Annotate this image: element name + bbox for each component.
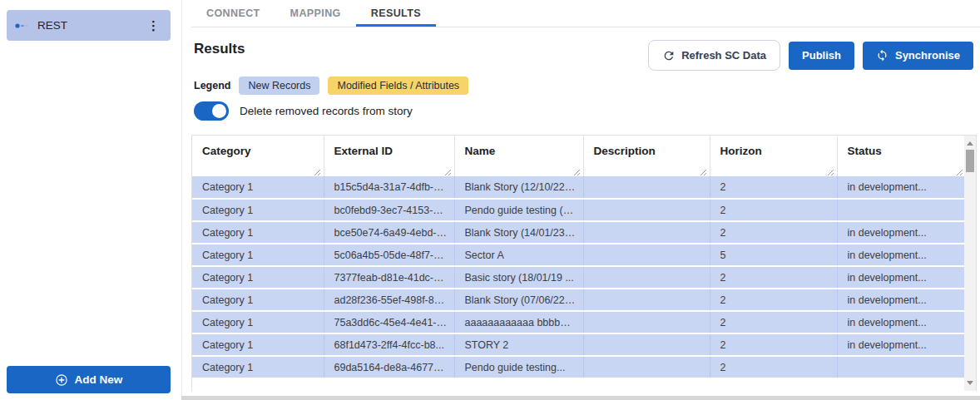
cell-description bbox=[583, 311, 710, 333]
cell-external-id: 7377feab-d81e-41dc-a... bbox=[324, 266, 454, 289]
cell-category: Category 1 bbox=[192, 266, 324, 289]
legend-modified-badge: Modified Fields / Attributes bbox=[328, 77, 468, 95]
publish-button-label: Publish bbox=[802, 49, 841, 62]
column-header-description[interactable]: Description bbox=[583, 136, 710, 176]
cell-horizon: 2 bbox=[710, 289, 837, 311]
sidebar-divider bbox=[181, 0, 182, 400]
cell-external-id: bc0febd9-3ec7-4153-9... bbox=[324, 199, 454, 221]
cell-status: in development... bbox=[837, 289, 966, 311]
scroll-up-arrow-icon[interactable] bbox=[964, 137, 976, 149]
cell-category: Category 1 bbox=[192, 199, 324, 221]
cell-name: Pendo guide testing (2... bbox=[454, 199, 583, 221]
refresh-sc-data-button[interactable]: Refresh SC Data bbox=[648, 40, 780, 71]
column-header-category[interactable]: Category bbox=[192, 136, 324, 176]
table-row[interactable]: Category 168f1d473-2ff4-4fcc-b8...STORY … bbox=[192, 333, 966, 356]
cell-description bbox=[583, 199, 710, 221]
sync-icon bbox=[876, 49, 889, 62]
cell-name: Basic story (18/01/19 ... bbox=[454, 266, 583, 289]
cell-status: in development... bbox=[837, 333, 966, 356]
cell-horizon: 2 bbox=[710, 176, 837, 199]
refresh-icon bbox=[662, 49, 676, 62]
connector-label: REST bbox=[37, 19, 144, 32]
column-label: Category bbox=[202, 145, 251, 157]
cell-name: Sector A bbox=[454, 244, 583, 266]
synchronise-button[interactable]: Synchronise bbox=[863, 42, 973, 70]
cell-description bbox=[583, 221, 710, 244]
column-header-horizon[interactable]: Horizon bbox=[710, 136, 837, 176]
column-resize-handle-icon[interactable] bbox=[314, 166, 321, 174]
table-row[interactable]: Category 169da5164-de8a-4677-b...Pendo g… bbox=[192, 356, 966, 378]
cell-horizon: 2 bbox=[710, 311, 837, 333]
cell-name: Blank Story (07/06/22 ... bbox=[454, 289, 583, 311]
legend-new-records-badge: New Records bbox=[239, 77, 319, 95]
column-label: Status bbox=[848, 145, 882, 157]
table-row[interactable]: Category 1bce50e74-6a49-4ebd-9...Blank S… bbox=[192, 221, 966, 244]
column-resize-handle-icon[interactable] bbox=[827, 166, 834, 174]
table-row[interactable]: Category 15c06a4b5-05de-48f7-9...Sector … bbox=[192, 244, 966, 266]
publish-button[interactable]: Publish bbox=[789, 42, 854, 70]
column-resize-handle-icon[interactable] bbox=[956, 166, 963, 174]
tab-results[interactable]: RESULTS bbox=[356, 0, 436, 27]
legend-title: Legend bbox=[194, 80, 230, 91]
tab-mapping[interactable]: MAPPING bbox=[275, 0, 356, 27]
cell-status bbox=[837, 199, 966, 221]
table-row[interactable]: Category 17377feab-d81e-41dc-a...Basic s… bbox=[192, 266, 966, 289]
column-resize-handle-icon[interactable] bbox=[573, 166, 581, 174]
cell-horizon: 5 bbox=[710, 244, 837, 266]
synchronise-button-label: Synchronise bbox=[895, 49, 960, 62]
column-label: Horizon bbox=[720, 145, 762, 157]
results-table: Category External ID Name bbox=[191, 135, 977, 391]
column-header-status[interactable]: Status bbox=[837, 136, 966, 176]
rest-connector-icon bbox=[14, 21, 29, 31]
cell-description bbox=[583, 266, 710, 289]
vertical-scrollbar[interactable] bbox=[964, 136, 976, 391]
cell-description bbox=[583, 289, 710, 311]
tab-connect[interactable]: CONNECT bbox=[191, 0, 275, 27]
cell-name: Blank Story (14/01/23 ... bbox=[454, 221, 583, 244]
cell-status bbox=[837, 356, 966, 378]
column-header-external-id[interactable]: External ID bbox=[324, 136, 454, 176]
table-row[interactable]: Category 1ad28f236-55ef-498f-80...Blank … bbox=[192, 289, 966, 311]
cell-status: in development... bbox=[837, 176, 966, 199]
cell-category: Category 1 bbox=[192, 244, 324, 266]
kebab-menu-icon[interactable]: ⋮ bbox=[144, 17, 163, 33]
cell-description bbox=[583, 333, 710, 356]
cell-horizon: 2 bbox=[710, 333, 837, 356]
table-row[interactable]: Category 1b15c5d4a-31a7-4dfb-8...Blank S… bbox=[192, 176, 966, 199]
add-new-button[interactable]: Add New bbox=[7, 366, 171, 393]
plus-circle-icon bbox=[55, 373, 68, 387]
cell-category: Category 1 bbox=[192, 176, 324, 199]
legend: Legend New Records Modified Fields / Att… bbox=[194, 77, 468, 95]
cell-horizon: 2 bbox=[710, 356, 837, 378]
scroll-down-arrow-icon[interactable] bbox=[964, 377, 976, 388]
horizontal-scrollbar[interactable] bbox=[181, 396, 980, 400]
cell-category: Category 1 bbox=[192, 356, 324, 378]
cell-name: aaaaaaaaaaaa bbbbbb... bbox=[454, 311, 583, 333]
column-label: Name bbox=[465, 145, 496, 157]
cell-external-id: bce50e74-6a49-4ebd-9... bbox=[324, 221, 454, 244]
table-row[interactable]: Category 1bc0febd9-3ec7-4153-9...Pendo g… bbox=[192, 199, 966, 221]
column-label: Description bbox=[594, 145, 656, 157]
delete-removed-toggle[interactable] bbox=[194, 101, 229, 121]
cell-name: Pendo guide testing... bbox=[454, 356, 583, 378]
column-resize-handle-icon[interactable] bbox=[700, 166, 707, 174]
column-resize-handle-icon[interactable] bbox=[444, 166, 452, 174]
cell-description bbox=[583, 176, 710, 199]
cell-external-id: b15c5d4a-31a7-4dfb-8... bbox=[324, 176, 454, 199]
tab-bar: CONNECT MAPPING RESULTS bbox=[191, 0, 980, 27]
table-row[interactable]: Category 175a3dd6c-45e4-4e41-9...aaaaaaa… bbox=[192, 311, 966, 333]
cell-horizon: 2 bbox=[710, 199, 837, 221]
column-header-name[interactable]: Name bbox=[454, 136, 583, 176]
scrollbar-thumb[interactable] bbox=[966, 150, 974, 172]
cell-name: Blank Story (12/10/22 ... bbox=[454, 176, 583, 199]
table-header-row: Category External ID Name bbox=[192, 136, 966, 176]
sidebar-item-rest-connector[interactable]: REST ⋮ bbox=[7, 10, 171, 41]
cell-category: Category 1 bbox=[192, 311, 324, 333]
cell-description bbox=[583, 356, 710, 378]
column-label: External ID bbox=[334, 145, 393, 157]
cell-status: in development... bbox=[837, 311, 966, 333]
cell-category: Category 1 bbox=[192, 289, 324, 311]
cell-horizon: 2 bbox=[710, 221, 837, 244]
cell-external-id: 5c06a4b5-05de-48f7-9... bbox=[324, 244, 454, 266]
cell-description bbox=[583, 244, 710, 266]
